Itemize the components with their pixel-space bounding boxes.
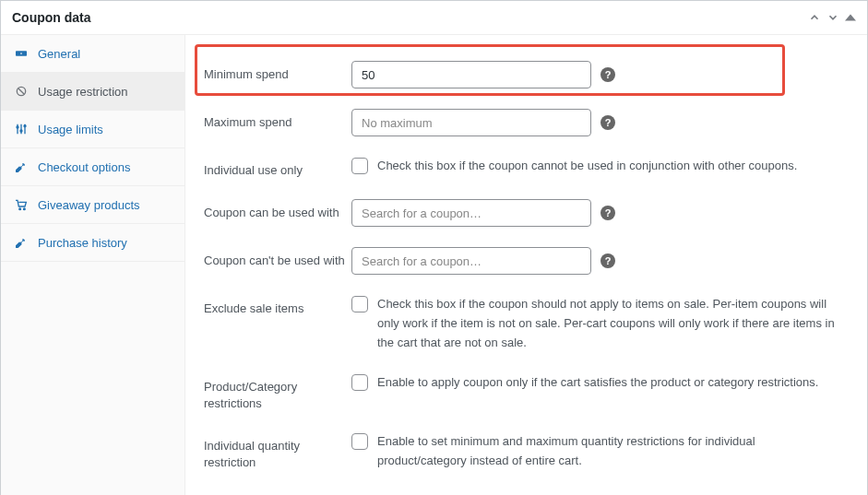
wrench-icon (14, 159, 29, 174)
svg-marker-0 (845, 14, 856, 20)
tab-giveaway-products[interactable]: Giveaway products (1, 186, 184, 224)
content-area: Minimum spend ? Maximum spend ? Individu… (185, 35, 867, 495)
label-exclude-sale: Exclude sale items (204, 295, 351, 317)
input-cant-use-with[interactable] (351, 247, 591, 275)
move-down-icon[interactable] (826, 11, 839, 24)
svg-point-10 (24, 125, 26, 127)
row-can-use-with: Coupon can be used with ? (204, 199, 839, 227)
collapse-icon[interactable] (845, 12, 856, 23)
desc-exclude-sale: Check this box if the coupon should not … (377, 295, 839, 352)
svg-point-12 (23, 208, 25, 210)
desc-prod-cat-restrict: Enable to apply coupon only if the cart … (377, 373, 818, 393)
input-min-spend[interactable] (351, 61, 591, 88)
row-individual-use: Individual use only Check this box if th… (204, 157, 839, 179)
panel-controls (808, 11, 856, 24)
input-can-use-with[interactable] (351, 199, 591, 227)
wrench-icon (14, 235, 29, 250)
label-min-spend: Minimum spend (204, 61, 351, 83)
panel-body: General Usage restriction Usage limits C… (1, 35, 867, 495)
tab-usage-limits[interactable]: Usage limits (1, 111, 184, 148)
help-icon[interactable]: ? (600, 206, 615, 220)
row-cant-use-with: Coupon can't be used with ? (204, 247, 839, 275)
row-exclude-sale: Exclude sale items Check this box if the… (204, 295, 839, 352)
checkbox-exclude-sale[interactable] (351, 296, 368, 312)
checkbox-prod-cat-restrict[interactable] (351, 374, 368, 391)
tab-purchase-history[interactable]: Purchase history (1, 224, 184, 262)
tab-label: Usage restriction (38, 85, 128, 99)
tab-label: Giveaway products (38, 198, 140, 212)
sidebar: General Usage restriction Usage limits C… (1, 35, 185, 495)
label-can-use-with: Coupon can be used with (204, 199, 351, 221)
label-prod-cat-restrict: Product/Category restrictions (204, 373, 351, 412)
sliders-icon (14, 122, 29, 136)
tab-checkout-options[interactable]: Checkout options (1, 148, 184, 186)
ticket-icon (14, 46, 29, 61)
svg-line-4 (18, 88, 25, 95)
label-cant-use-with: Coupon can't be used with (204, 247, 351, 269)
checkbox-individual-use[interactable] (351, 158, 368, 174)
label-max-spend: Maximum spend (204, 109, 351, 131)
row-prod-cat-restrict: Product/Category restrictions Enable to … (204, 373, 839, 412)
svg-point-11 (19, 208, 21, 210)
svg-point-8 (17, 126, 18, 128)
tab-general[interactable]: General (1, 35, 184, 73)
row-indiv-qty-restrict: Individual quantity restriction Enable t… (204, 432, 839, 471)
tab-label: General (38, 47, 80, 61)
ban-icon (14, 84, 29, 99)
coupon-data-panel: Coupon data General (0, 0, 868, 495)
checkbox-indiv-qty-restrict[interactable] (351, 433, 368, 450)
help-icon[interactable]: ? (600, 115, 615, 130)
panel-title: Coupon data (12, 10, 91, 25)
tab-label: Purchase history (38, 236, 127, 250)
panel-header: Coupon data (1, 1, 867, 35)
desc-individual-use: Check this box if the coupon cannot be u… (377, 157, 797, 176)
help-icon[interactable]: ? (600, 253, 615, 268)
tab-label: Usage limits (38, 123, 103, 136)
svg-point-2 (20, 53, 22, 54)
row-min-spend: Minimum spend ? (204, 53, 839, 88)
help-icon[interactable]: ? (600, 67, 615, 82)
move-up-icon[interactable] (808, 11, 821, 24)
tab-usage-restriction[interactable]: Usage restriction (1, 73, 184, 111)
label-individual-use: Individual use only (204, 157, 351, 179)
desc-indiv-qty-restrict: Enable to set minimum and maximum quanti… (377, 432, 839, 471)
tab-label: Checkout options (38, 160, 130, 174)
input-max-spend[interactable] (351, 109, 591, 136)
cart-icon (14, 197, 29, 212)
label-indiv-qty-restrict: Individual quantity restriction (204, 432, 351, 471)
row-max-spend: Maximum spend ? (204, 109, 839, 136)
svg-point-9 (20, 130, 22, 132)
